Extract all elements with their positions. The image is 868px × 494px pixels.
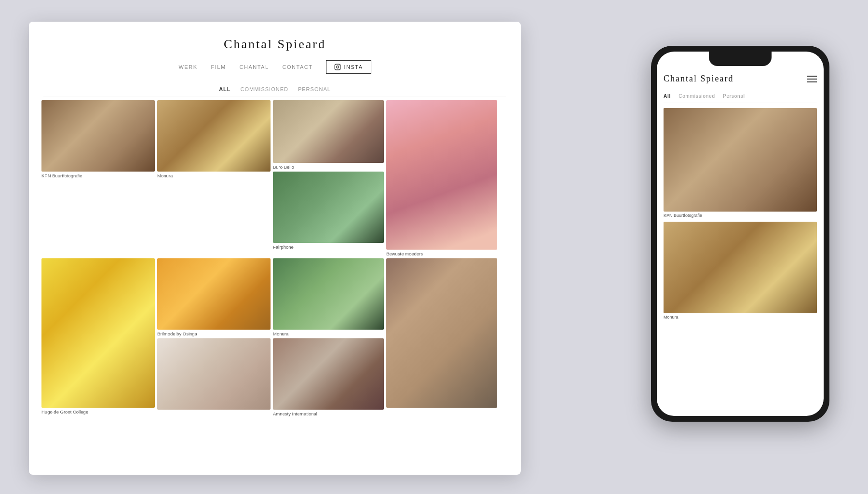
phone-notch <box>709 52 772 66</box>
caption-monura2: Monura <box>273 331 384 336</box>
phone-filter-commissioned[interactable]: Commissioned <box>678 93 715 99</box>
nav-chantal[interactable]: CHANTAL <box>240 64 269 70</box>
phone-site-title: Chantal Spieard <box>664 74 733 84</box>
desktop-browser: Chantal Spieard WERK FILM CHANTAL CONTAC… <box>29 22 521 475</box>
caption-buro: Buro Bello <box>273 164 384 170</box>
filter-commissioned[interactable]: Commissioned <box>241 86 288 92</box>
svg-point-2 <box>339 65 339 66</box>
phone-filter-bar: All Commissioned Personal <box>664 90 817 103</box>
grid-row-1: KPN Buurtfotografie Monura Buro Bello Fa… <box>41 100 508 256</box>
desktop-site-title: Chantal Spieard <box>29 37 521 52</box>
caption-kpn: KPN Buurtfotografie <box>41 173 155 178</box>
caption-amnesty: Amnesty International <box>273 411 384 416</box>
desktop-filter-bar: All Commissioned Personal <box>43 80 506 96</box>
mobile-phone: Chantal Spieard All Commissioned Persona… <box>651 46 829 422</box>
hamburger-line-3 <box>807 81 817 82</box>
insta-label: INSTA <box>344 64 363 70</box>
phone-photo-kpn: KPN Buurtfotografie <box>664 108 817 221</box>
nav-contact[interactable]: CONTACT <box>283 64 313 70</box>
grid-cell-hugo: Hugo de Groot College <box>41 258 155 416</box>
phone-caption-kpn: KPN Buurtfotografie <box>664 213 817 218</box>
browser-header: Chantal Spieard WERK FILM CHANTAL CONTAC… <box>29 22 521 80</box>
grid-cell-pink: Bewuste moeders <box>386 100 497 256</box>
hamburger-line-1 <box>807 76 817 77</box>
hamburger-line-2 <box>807 79 817 80</box>
phone-header: Chantal Spieard <box>664 70 817 90</box>
caption-fairphone: Fairphone <box>273 244 384 250</box>
svg-rect-0 <box>335 64 341 70</box>
phone-filter-all[interactable]: All <box>664 93 671 99</box>
svg-point-1 <box>337 66 339 68</box>
phone-photo-monura: Monura <box>664 222 817 322</box>
caption-pink: Bewuste moeders <box>386 251 497 256</box>
grid-cell-buro: Buro Bello Fairphone <box>273 100 384 256</box>
grid-cell-bril: Brilmode by Osinga <box>157 258 271 416</box>
grid-cell-monura2: Monura Amnesty International <box>273 258 384 416</box>
grid-cell-bottom <box>386 258 497 416</box>
nav-werk[interactable]: WERK <box>178 64 197 70</box>
hamburger-menu[interactable] <box>807 76 817 82</box>
phone-caption-monura: Monura <box>664 315 817 320</box>
caption-monura1: Monura <box>157 173 271 178</box>
phone-content: Chantal Spieard All Commissioned Persona… <box>657 52 824 416</box>
filter-all[interactable]: All <box>219 86 231 92</box>
instagram-icon <box>334 64 341 70</box>
nav-insta-button[interactable]: INSTA <box>326 60 371 74</box>
desktop-photo-grid: KPN Buurtfotografie Monura Buro Bello Fa… <box>29 96 521 416</box>
caption-bril: Brilmode by Osinga <box>157 331 271 336</box>
grid-row-2: Hugo de Groot College Brilmode by Osinga… <box>41 258 508 416</box>
scene: Chantal Spieard WERK FILM CHANTAL CONTAC… <box>0 0 868 494</box>
phone-filter-personal[interactable]: Personal <box>723 93 745 99</box>
grid-cell-monura1: Monura <box>157 100 271 256</box>
caption-hugo: Hugo de Groot College <box>41 409 155 414</box>
desktop-nav: WERK FILM CHANTAL CONTACT INSTA <box>29 60 521 80</box>
nav-film[interactable]: FILM <box>211 64 226 70</box>
filter-personal[interactable]: Personal <box>298 86 331 92</box>
phone-photo-grid: KPN Buurtfotografie Monura <box>664 108 817 323</box>
grid-cell-kpn: KPN Buurtfotografie <box>41 100 155 256</box>
phone-screen: Chantal Spieard All Commissioned Persona… <box>657 52 824 416</box>
